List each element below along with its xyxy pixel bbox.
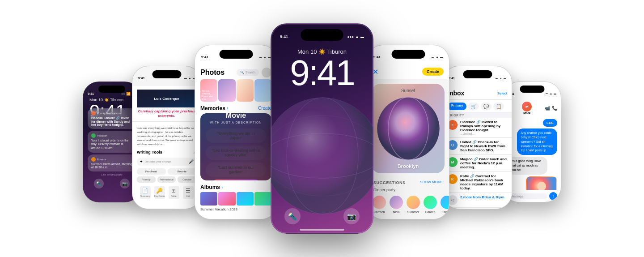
doc-keypoints[interactable]: 🔑 Key Points <box>154 186 165 199</box>
msg-row-in1: It's a good thing I love that cat as muc… <box>507 157 557 174</box>
photo-1[interactable]: Aimee, Sophie, Ryan and Eve <box>200 79 217 102</box>
email-aditi[interactable]: A Aditi Jain 9:41 AM Something exciting … <box>443 208 512 209</box>
video-icon-7[interactable]: 📹 <box>545 106 550 111</box>
wifi-icon-1: 📶 <box>126 92 131 96</box>
like-arriving-label: Like arriving party <box>88 173 136 176</box>
sender-katie: Katie 🔗 Contract for Michael Robinson's … <box>460 174 507 190</box>
orb-svg <box>373 93 444 164</box>
suggestion-2[interactable]: "Leo trick-or-treating with a spooky vib… <box>206 146 266 160</box>
doc-icons-row: 📄 Summary 🔑 Key Points <box>137 186 196 199</box>
doc-summary[interactable]: 📄 Summary <box>140 186 151 199</box>
email-body-florence: Florence 🔗 Invited to Izakaya soft openi… <box>460 120 507 135</box>
sunset-label: Sunset <box>401 88 415 93</box>
email-body-magico: Magico 🔗 Order lunch and coffee for Neel… <box>460 157 507 169</box>
chip-carmen[interactable]: Carmen <box>373 196 386 214</box>
friendly-btn[interactable]: Friendly <box>137 176 156 183</box>
notif-header-1: Priority Notifications <box>91 111 132 116</box>
concise-btn[interactable]: Concise <box>178 176 196 183</box>
email-florence[interactable]: F Florence 🔗 Invited to Izakaya soft ope… <box>443 118 512 138</box>
chip-nicki[interactable]: Nicki <box>390 196 403 214</box>
notif-body-3: Summer Intern arrived. Meeting at 10:30 … <box>91 163 132 169</box>
contact-avatar[interactable]: M <box>522 102 532 111</box>
albums-section: Albums › <box>195 180 277 192</box>
chip-label-fantasy: Fantasy <box>442 210 449 214</box>
suggestions-label: SUGGESTIONS <box>367 178 412 187</box>
show-more-btn[interactable]: SHOW MORE <box>420 180 443 184</box>
doc-list[interactable]: ☰ List <box>183 186 194 199</box>
suggestion-3[interactable]: "Last summer in our garden" <box>206 163 266 177</box>
notif-card-3: Edwina Summer Intern arrived. Meeting at… <box>88 154 136 171</box>
email-magico[interactable]: M Magico 🔗 Order lunch and coffee for Ne… <box>443 155 512 172</box>
tab-cart[interactable]: 🛒 <box>468 103 479 110</box>
battery-6: ▬ <box>504 77 506 80</box>
tab-doc[interactable]: 📋 <box>493 103 504 110</box>
chips-row: Carmen Nicki Summer Garden <box>367 194 449 215</box>
home-indicator-4 <box>300 229 344 231</box>
describe-memory[interactable]: ✦ Describe a Memory... <box>211 180 261 180</box>
email-united[interactable]: U United 🔗 Check-in for flight to Newark… <box>443 138 512 155</box>
photo-3[interactable] <box>237 79 254 102</box>
email-more[interactable]: +2 2 more from Brian & Ryan <box>443 193 512 208</box>
camera-icon[interactable]: 📷 <box>120 179 130 188</box>
rewrite-btn[interactable]: Rewrite <box>168 168 197 175</box>
phone-4: 9:41 ●●● ▲ ▬ Mon 10 ☀️ Tiburon 9:41 <box>271 23 373 234</box>
notif-header-3: Edwina <box>91 157 132 162</box>
chip-summer[interactable]: Summer <box>407 196 420 214</box>
notif-card-1: Priority Notifications Isabella Lanarre … <box>88 108 136 129</box>
phone-2: 9:41 ▪▪▪ ▲ ▬ Luis Coderque Carefully cap… <box>132 66 201 209</box>
chip-garden[interactable]: Garden <box>424 196 437 214</box>
chip-avatar-carmen <box>373 196 386 209</box>
phone2-content: Luis Coderque Carefully capturing your p… <box>132 86 201 209</box>
flashlight-icon-4[interactable]: 🔦 <box>284 208 301 224</box>
create-label[interactable]: Create <box>258 106 271 111</box>
albums-label: Albums <box>200 184 220 190</box>
phone3-content: Photos 🔍 Search Aimee, Sophie, Ryan and … <box>195 65 277 219</box>
album-thumb-2[interactable] <box>218 192 235 206</box>
suggestion-1[interactable]: "Everything we ate in Japan" <box>206 128 266 143</box>
phone-icon-7[interactable]: 📞 <box>552 106 557 111</box>
writing-buttons-row1: Proofread Rewrite <box>137 168 196 175</box>
phone7-content: ‹ M Mark 📹 📞 LOL <box>504 100 561 202</box>
status-time-5: 9:41 <box>373 55 381 59</box>
tab-chat[interactable]: 💬 <box>481 103 491 110</box>
doc-table[interactable]: ⊞ Table <box>169 186 179 199</box>
send-btn-7[interactable]: ↑ <box>549 192 557 200</box>
site-name: Luis Coderque <box>154 97 179 101</box>
notif-body-2: Your Instacart order is on the way! Deli… <box>91 139 132 150</box>
flashlight-icon[interactable]: 🔦 <box>94 179 104 188</box>
svg-point-4 <box>377 97 440 160</box>
chip-label-carmen: Carmen <box>374 210 385 214</box>
chip-fantasy[interactable]: Fantasy <box>441 196 449 214</box>
create-btn-5[interactable]: Create <box>422 68 444 76</box>
proofread-btn[interactable]: Proofread <box>137 168 166 175</box>
photo-2[interactable] <box>218 79 235 102</box>
album-thumb-4[interactable] <box>254 192 271 206</box>
chip-label-nicki: Nicki <box>393 210 399 214</box>
status-icons-7: ▪▪▪ ▲ ▬ <box>546 92 556 95</box>
input-bar-7: Message ↑ <box>504 190 561 202</box>
memories-label: Memories <box>200 105 225 111</box>
album-name: Summer Vacation 2023 <box>195 206 277 213</box>
photos-search[interactable]: 🔍 Search <box>237 69 259 76</box>
email-katie[interactable]: K Katie 🔗 Contract for Michael Robinson'… <box>443 172 512 193</box>
album-thumb-3[interactable] <box>237 192 254 206</box>
wifi-5: ▲ <box>436 56 439 59</box>
avatar-3[interactable] <box>262 68 271 77</box>
chip-avatar-fantasy <box>441 196 449 209</box>
tab-primary[interactable]: Primary <box>448 103 466 110</box>
memories-arrow: › <box>227 106 228 111</box>
notif-label-2: Instacart <box>97 134 107 137</box>
photo-4[interactable] <box>254 79 271 102</box>
message-input-7[interactable]: Message <box>507 193 547 199</box>
describe-input[interactable]: ✦ Describe your change 🎤 <box>137 158 196 166</box>
camera-icon-4[interactable]: 📷 <box>343 208 360 224</box>
select-btn[interactable]: Select <box>497 91 507 95</box>
photos-nav-right: 🔍 Search <box>237 68 271 77</box>
phone5-content: ✕ Create <box>367 65 449 219</box>
album-thumb-1[interactable] <box>200 192 217 206</box>
memory-card[interactable]: Create a Memory Movie WITH JUST A DESCRI… <box>200 113 271 180</box>
contact-name: Mark <box>523 111 530 115</box>
photos-nav: Photos 🔍 Search <box>195 65 277 79</box>
professional-btn[interactable]: Professional <box>157 176 176 183</box>
status-time-3: 9:41 <box>201 55 208 59</box>
